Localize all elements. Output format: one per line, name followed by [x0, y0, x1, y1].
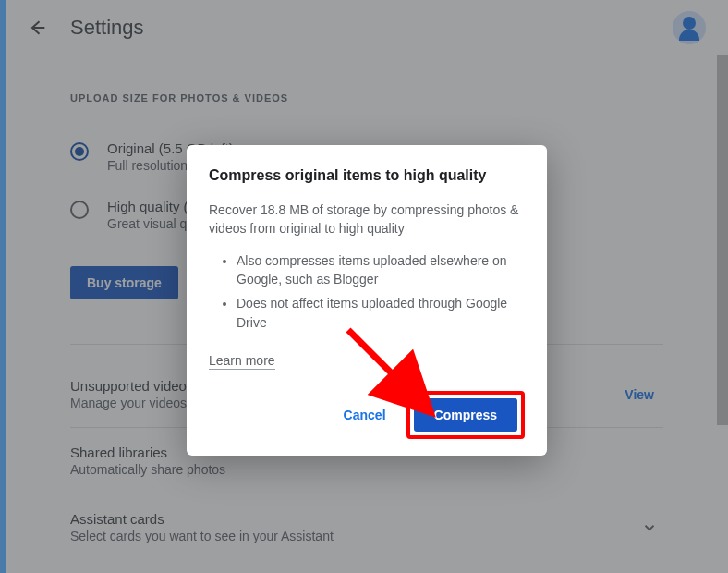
dialog-bullets: Also compresses items uploaded elsewhere…	[209, 251, 525, 332]
learn-more-link[interactable]: Learn more	[209, 353, 275, 370]
cancel-button[interactable]: Cancel	[331, 398, 399, 432]
dialog-title: Compress original items to high quality	[209, 167, 525, 184]
compress-dialog: Compress original items to high quality …	[187, 145, 547, 456]
dialog-bullet: Does not affect items uploaded through G…	[237, 294, 525, 332]
dialog-actions: Cancel Compress	[209, 391, 525, 439]
highlight-annotation: Compress	[406, 391, 525, 439]
dialog-bullet: Also compresses items uploaded elsewhere…	[237, 251, 525, 289]
compress-button[interactable]: Compress	[414, 398, 517, 432]
dialog-body: Recover 18.8 MB of storage by compressin…	[209, 201, 525, 238]
modal-scrim[interactable]: Compress original items to high quality …	[6, 0, 728, 573]
